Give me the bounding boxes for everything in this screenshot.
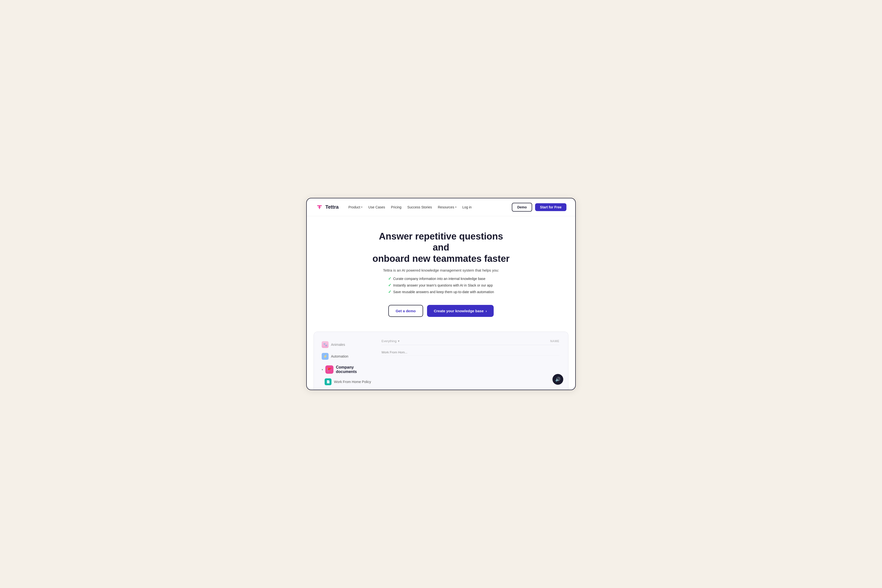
- hero-title: Answer repetitive questions and onboard …: [373, 231, 509, 264]
- check-icon-3: ✓: [388, 290, 391, 294]
- nav-login[interactable]: Log in: [462, 205, 472, 209]
- brand-name: Tettra: [325, 204, 339, 210]
- nav-use-cases[interactable]: Use Cases: [368, 205, 385, 209]
- preview-fade-top: [314, 332, 568, 351]
- check-icon-2: ✓: [388, 283, 391, 288]
- create-knowledge-base-button[interactable]: Create your knowledge base ›: [427, 305, 494, 317]
- hero-section: Answer repetitive questions and onboard …: [307, 216, 575, 332]
- feature-list: ✓ Curate company information into an int…: [388, 276, 494, 296]
- automation-icon: ⚡: [322, 353, 329, 360]
- app-preview: 🐾 Animales ⚡ Automation ▾ 🚩 Company docu…: [314, 332, 568, 390]
- nav-resources[interactable]: Resources ▾: [438, 205, 457, 209]
- logo-area[interactable]: Tettra: [316, 203, 339, 211]
- start-for-free-button[interactable]: Start for Free: [535, 203, 566, 211]
- sound-icon: 🔊: [555, 376, 560, 382]
- nav-product[interactable]: Product ▾: [349, 205, 362, 209]
- demo-button[interactable]: Demo: [512, 203, 532, 212]
- nav-actions: Demo Start for Free: [512, 203, 566, 212]
- nav-success-stories[interactable]: Success Stories: [407, 205, 432, 209]
- nav-links: Product ▾ Use Cases Pricing Success Stor…: [349, 205, 506, 209]
- sidebar-item-work-from-home[interactable]: 📄 Work From Home Policy: [319, 376, 377, 387]
- resources-chevron: ▾: [455, 206, 457, 208]
- company-docs-icon: 🚩: [325, 365, 334, 374]
- company-docs-chevron: ▾: [322, 368, 323, 371]
- navbar: Tettra Product ▾ Use Cases Pricing Succe…: [307, 198, 575, 216]
- feature-item-3: ✓ Save reusable answers and keep them up…: [388, 290, 494, 294]
- nav-pricing[interactable]: Pricing: [391, 205, 401, 209]
- feature-item-2: ✓ Instantly answer your team's questions…: [388, 283, 494, 288]
- tettra-logo-icon: [316, 203, 323, 211]
- get-demo-button[interactable]: Get a demo: [388, 305, 423, 317]
- feature-item-1: ✓ Curate company information into an int…: [388, 276, 494, 281]
- company-documents-row[interactable]: ▾ 🚩 Company documents: [319, 363, 377, 376]
- work-from-home-icon: 📄: [325, 378, 332, 385]
- sidebar-item-automation[interactable]: ⚡ Automation: [319, 351, 377, 362]
- hero-subtitle: Tettra is an AI powered knowledge manage…: [316, 268, 566, 272]
- check-icon-1: ✓: [388, 276, 391, 281]
- product-chevron: ▾: [361, 206, 362, 208]
- hero-actions: Get a demo Create your knowledge base ›: [316, 305, 566, 317]
- browser-window: Tettra Product ▾ Use Cases Pricing Succe…: [306, 198, 576, 390]
